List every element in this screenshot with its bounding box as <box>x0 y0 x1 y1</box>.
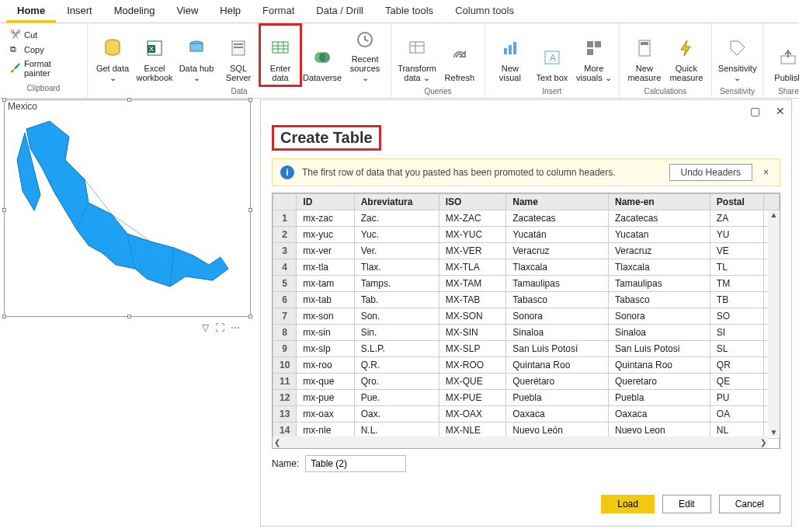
tab-home[interactable]: Home <box>6 0 56 23</box>
table-cell[interactable]: Tabasco <box>608 292 710 308</box>
table-cell[interactable]: mx-roo <box>297 357 354 374</box>
tab-column-tools[interactable]: Column tools <box>444 0 525 23</box>
table-cell[interactable]: Tlax. <box>354 259 439 276</box>
refresh-button[interactable]: Refresh <box>439 25 480 85</box>
more-visuals-button[interactable]: More visuals ⌄ <box>574 25 614 85</box>
recent-sources-button[interactable]: Recent sources ⌄ <box>344 25 386 85</box>
table-cell[interactable]: Zacatecas <box>506 210 609 227</box>
table-cell[interactable]: S.L.P. <box>354 341 439 357</box>
table-cell[interactable]: mx-tam <box>297 276 354 292</box>
table-cell[interactable]: Son. <box>354 308 439 325</box>
new-measure-button[interactable]: New measure <box>624 25 665 85</box>
data-hub-button[interactable]: Data hub ⌄ <box>176 25 217 85</box>
table-cell[interactable]: SL <box>710 341 763 357</box>
table-cell[interactable]: Querétaro <box>506 374 609 390</box>
table-cell[interactable]: MX-ZAC <box>439 210 505 227</box>
table-cell[interactable]: TL <box>710 259 763 276</box>
table-cell[interactable]: Puebla <box>506 390 609 406</box>
table-cell[interactable]: OA <box>710 406 763 422</box>
copy-button[interactable]: ⧉Copy <box>8 43 79 57</box>
table-cell[interactable]: YU <box>710 227 763 243</box>
table-cell[interactable]: Oax. <box>354 406 439 422</box>
enter-data-button[interactable]: Enter data <box>260 25 300 85</box>
table-cell[interactable]: Sonora <box>506 308 609 325</box>
load-button[interactable]: Load <box>601 495 655 513</box>
table-cell[interactable]: Tlaxcala <box>608 259 710 276</box>
column-header[interactable]: Postal <box>710 194 763 210</box>
dataverse-button[interactable]: Dataverse <box>302 25 342 85</box>
table-cell[interactable]: mx-que <box>297 374 354 390</box>
table-cell[interactable]: Yuc. <box>354 227 439 243</box>
table-cell[interactable]: mx-yuc <box>297 227 354 243</box>
tab-insert[interactable]: Insert <box>56 0 103 23</box>
transform-data-button[interactable]: Transform data ⌄ <box>396 25 438 85</box>
table-cell[interactable]: MX-ROO <box>439 357 505 374</box>
table-cell[interactable]: VE <box>710 243 763 259</box>
table-cell[interactable]: mx-sin <box>297 325 354 341</box>
table-cell[interactable]: MX-OAX <box>439 406 505 422</box>
table-cell[interactable]: Q.R. <box>354 357 439 374</box>
table-cell[interactable]: Zacatecas <box>608 210 710 227</box>
table-cell[interactable]: San Luis Potosí <box>506 341 609 357</box>
focus-mode-icon[interactable]: ⛶ <box>215 322 224 333</box>
table-cell[interactable]: Tlaxcala <box>506 259 609 276</box>
visual-mexico-map[interactable]: Mexico <box>4 99 251 317</box>
column-header[interactable]: ID <box>297 194 354 210</box>
table-cell[interactable]: MX-TLA <box>439 259 505 276</box>
vertical-scrollbar[interactable]: ▲▼ <box>768 210 780 436</box>
quick-measure-button[interactable]: Quick measure <box>666 25 707 85</box>
table-cell[interactable]: mx-ver <box>297 243 354 259</box>
table-cell[interactable]: Veracruz <box>506 243 609 259</box>
table-cell[interactable]: Veracruz <box>608 243 710 259</box>
undo-headers-button[interactable]: Undo Headers <box>669 164 752 181</box>
table-cell[interactable]: ZA <box>710 210 763 227</box>
table-name-input[interactable] <box>305 455 406 472</box>
column-header[interactable]: Abreviatura <box>354 194 439 210</box>
sensitivity-button[interactable]: Sensitivity ⌄ <box>717 25 759 85</box>
table-cell[interactable]: Yucatán <box>506 227 609 243</box>
column-header[interactable]: Name-en <box>608 194 710 210</box>
table-cell[interactable]: TM <box>710 276 763 292</box>
table-cell[interactable]: Ver. <box>354 243 439 259</box>
table-cell[interactable]: mx-pue <box>297 390 354 406</box>
tab-table-tools[interactable]: Table tools <box>374 0 444 23</box>
dialog-maximize-icon[interactable]: ▢ <box>750 105 760 117</box>
format-painter-button[interactable]: 🖌️Format painter <box>8 57 79 79</box>
column-header[interactable]: ISO <box>439 194 505 210</box>
table-cell[interactable]: Sin. <box>354 325 439 341</box>
tab-help[interactable]: Help <box>209 0 252 23</box>
table-cell[interactable]: MX-VER <box>439 243 505 259</box>
publish-button[interactable]: Publish <box>768 25 799 85</box>
tab-format[interactable]: Format <box>252 0 305 23</box>
table-cell[interactable]: Quintana Roo <box>506 357 609 374</box>
table-cell[interactable]: Zac. <box>354 210 439 227</box>
table-cell[interactable]: Oaxaca <box>506 406 609 422</box>
table-cell[interactable]: MX-SIN <box>439 325 505 341</box>
table-cell[interactable]: Puebla <box>608 390 710 406</box>
table-cell[interactable]: TB <box>710 292 763 308</box>
table-cell[interactable]: Tamps. <box>354 276 439 292</box>
table-cell[interactable]: MX-QUE <box>439 374 505 390</box>
cut-button[interactable]: ✂️Cut <box>8 28 79 42</box>
get-data-button[interactable]: Get data ⌄ <box>92 25 133 85</box>
table-cell[interactable]: mx-zac <box>297 210 354 227</box>
tab-modeling[interactable]: Modeling <box>103 0 166 23</box>
cancel-button[interactable]: Cancel <box>719 495 780 513</box>
edit-button[interactable]: Edit <box>662 495 711 513</box>
table-cell[interactable]: Pue. <box>354 390 439 406</box>
table-cell[interactable]: MX-YUC <box>439 227 505 243</box>
table-cell[interactable]: mx-tla <box>297 259 354 276</box>
table-cell[interactable]: QR <box>710 357 763 374</box>
filter-icon[interactable]: ▽ <box>202 322 209 333</box>
table-cell[interactable]: San Luis Potosi <box>608 341 710 357</box>
table-cell[interactable]: MX-TAM <box>439 276 505 292</box>
table-cell[interactable]: Qro. <box>354 374 439 390</box>
more-options-icon[interactable]: ⋯ <box>231 322 240 333</box>
column-header[interactable]: Name <box>506 194 609 210</box>
table-cell[interactable]: Tamaulipas <box>608 276 710 292</box>
text-box-button[interactable]: AText box <box>532 25 572 85</box>
info-close-icon[interactable]: × <box>760 167 772 178</box>
table-cell[interactable]: Tab. <box>354 292 439 308</box>
excel-workbook-button[interactable]: XExcel workbook <box>134 25 175 85</box>
table-cell[interactable]: Sinaloa <box>506 325 609 341</box>
